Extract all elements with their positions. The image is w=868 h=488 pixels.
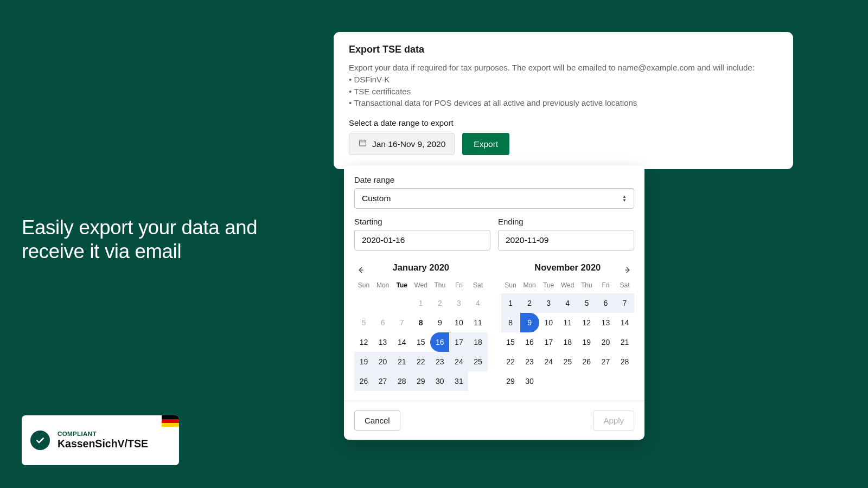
weekday-label: Fri (596, 281, 615, 289)
calendar-day[interactable]: 19 (354, 352, 373, 371)
calendar-day[interactable]: 16 (520, 332, 539, 352)
calendar-day[interactable]: 22 (411, 352, 430, 371)
export-card: Export TSE data Export your data if requ… (334, 32, 793, 169)
date-range-value: Jan 16-Nov 9, 2020 (372, 139, 445, 149)
calendar-day[interactable]: 4 (558, 293, 577, 313)
select-range-label: Select a date range to export (349, 118, 778, 127)
date-picker-popover: Date range Custom ▲▼ Starting Ending Jan… (344, 165, 644, 440)
card-title: Export TSE data (349, 44, 778, 55)
check-icon (30, 431, 50, 450)
calendar-day[interactable]: 6 (596, 293, 615, 313)
calendar-day[interactable]: 24 (539, 352, 558, 371)
badge-line1: COMPLIANT (58, 431, 148, 437)
calendar-day[interactable]: 21 (392, 352, 411, 371)
calendar-day[interactable]: 20 (596, 332, 615, 352)
calendar-day[interactable]: 29 (411, 371, 430, 391)
calendar-day[interactable]: 3 (449, 293, 468, 313)
calendar-day[interactable]: 27 (373, 371, 392, 391)
badge-line2: KassenSichV/TSE (58, 438, 148, 450)
germany-flag-icon (162, 415, 179, 427)
weekday-label: Sat (468, 281, 487, 289)
calendar-day[interactable]: 14 (615, 313, 634, 332)
calendar-day[interactable]: 26 (577, 352, 596, 371)
calendar-day[interactable]: 30 (520, 371, 539, 391)
calendar-day[interactable]: 28 (615, 352, 634, 371)
calendar-day[interactable]: 26 (354, 371, 373, 391)
calendar-day[interactable]: 19 (577, 332, 596, 352)
ending-input[interactable] (498, 230, 634, 251)
calendar-day[interactable]: 16 (430, 332, 449, 352)
calendar-day[interactable]: 10 (449, 313, 468, 332)
calendar-day[interactable]: 27 (596, 352, 615, 371)
calendar-day[interactable]: 25 (558, 352, 577, 371)
month-title-right: November 2020 (501, 262, 635, 273)
date-range-select[interactable]: Custom ▲▼ (354, 188, 634, 209)
calendar-day[interactable]: 3 (539, 293, 558, 313)
calendar-day[interactable]: 14 (392, 332, 411, 352)
calendar-day[interactable]: 17 (539, 332, 558, 352)
calendar-day[interactable]: 30 (430, 371, 449, 391)
calendar-day[interactable]: 2 (520, 293, 539, 313)
calendar-day[interactable]: 1 (501, 293, 520, 313)
card-description: Export your data if required for tax pur… (349, 62, 778, 109)
weekday-label: Mon (373, 281, 392, 289)
calendar-day[interactable]: 18 (468, 332, 487, 352)
calendar-day[interactable]: 21 (615, 332, 634, 352)
next-month-button[interactable] (620, 262, 635, 278)
calendar-day[interactable]: 12 (354, 332, 373, 352)
calendar-day[interactable]: 1 (411, 293, 430, 313)
calendar-day[interactable]: 29 (501, 371, 520, 391)
compliance-badge: COMPLIANT KassenSichV/TSE (22, 415, 179, 465)
weekday-label: Thu (577, 281, 596, 289)
calendar-day[interactable]: 31 (449, 371, 468, 391)
weekday-label: Wed (411, 281, 430, 289)
calendar-day[interactable]: 15 (411, 332, 430, 352)
calendar-day[interactable]: 10 (539, 313, 558, 332)
weekday-label: Tue (539, 281, 558, 289)
ending-label: Ending (498, 217, 634, 226)
cancel-button[interactable]: Cancel (354, 410, 400, 431)
calendar-day[interactable]: 2 (430, 293, 449, 313)
calendar-day[interactable]: 25 (468, 352, 487, 371)
calendar-day[interactable]: 22 (501, 352, 520, 371)
apply-button[interactable]: Apply (593, 410, 634, 431)
calendar-day[interactable]: 5 (577, 293, 596, 313)
calendar-day[interactable]: 9 (430, 313, 449, 332)
calendar-day[interactable]: 9 (520, 313, 539, 332)
weekday-label: Mon (520, 281, 539, 289)
calendar-day[interactable]: 11 (558, 313, 577, 332)
desc-intro: Export your data if required for tax pur… (349, 63, 755, 72)
calendar-day[interactable]: 23 (520, 352, 539, 371)
weekday-label: Sun (501, 281, 520, 289)
calendar-day[interactable]: 5 (354, 313, 373, 332)
calendar-day[interactable]: 24 (449, 352, 468, 371)
calendar-day[interactable]: 8 (501, 313, 520, 332)
calendar-day[interactable]: 11 (468, 313, 487, 332)
date-range-button[interactable]: Jan 16-Nov 9, 2020 (349, 133, 455, 155)
export-button[interactable]: Export (462, 133, 509, 155)
month-title-left: January 2020 (354, 262, 488, 273)
calendar-day[interactable]: 13 (373, 332, 392, 352)
starting-input[interactable] (354, 230, 490, 251)
desc-bullet-2: • TSE certificates (349, 86, 778, 98)
weekday-label: Sun (354, 281, 373, 289)
calendar-left: January 2020 SunMonTueWedThuFriSat 12345… (354, 262, 488, 391)
calendar-day[interactable]: 17 (449, 332, 468, 352)
calendar-day[interactable]: 13 (596, 313, 615, 332)
calendar-day[interactable]: 20 (373, 352, 392, 371)
calendar-day[interactable]: 18 (558, 332, 577, 352)
calendar-day[interactable]: 12 (577, 313, 596, 332)
calendar-day[interactable]: 6 (373, 313, 392, 332)
calendar-day[interactable]: 4 (468, 293, 487, 313)
calendar-day[interactable]: 23 (430, 352, 449, 371)
calendar-day[interactable]: 7 (392, 313, 411, 332)
calendar-day[interactable]: 15 (501, 332, 520, 352)
prev-month-button[interactable] (353, 262, 368, 278)
weekday-label: Wed (558, 281, 577, 289)
desc-bullet-1: • DSFinV-K (349, 74, 778, 86)
weekday-label: Thu (430, 281, 449, 289)
calendar-day[interactable]: 8 (411, 313, 430, 332)
calendar-day[interactable]: 7 (615, 293, 634, 313)
calendar-day[interactable]: 28 (392, 371, 411, 391)
date-range-select-value: Custom (362, 194, 391, 203)
